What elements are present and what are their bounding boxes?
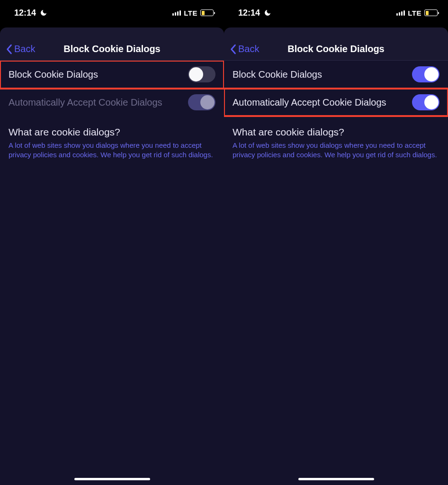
do-not-disturb-moon-icon: [264, 9, 271, 17]
info-description: A lot of web sites show you dialogs wher…: [9, 141, 215, 160]
toggle-block-cookie-dialogs[interactable]: [412, 66, 439, 82]
battery-icon: [200, 9, 214, 16]
row-label: Block Cookie Dialogs: [9, 69, 98, 80]
phone-screenshot-right: 12:14 LTE Back Block Cookie Dialogs Blo: [224, 0, 448, 485]
status-time: 12:14: [238, 8, 260, 18]
navigation-bar: Back Block Cookie Dialogs: [0, 38, 224, 61]
home-indicator: [298, 478, 374, 480]
settings-list: Block Cookie Dialogs Automatically Accep…: [224, 61, 448, 116]
back-button[interactable]: Back: [230, 44, 259, 54]
navigation-bar: Back Block Cookie Dialogs: [224, 38, 448, 61]
phone-screenshot-left: 12:14 LTE Back Block Cookie Dialogs Blo: [0, 0, 224, 485]
row-block-cookie-dialogs: Block Cookie Dialogs: [0, 61, 224, 89]
row-block-cookie-dialogs: Block Cookie Dialogs: [224, 61, 448, 89]
row-label: Automatically Accept Cookie Dialogs: [233, 97, 386, 108]
back-button-label: Back: [14, 44, 35, 54]
row-auto-accept-cookie-dialogs: Automatically Accept Cookie Dialogs: [0, 89, 224, 116]
row-label: Block Cookie Dialogs: [233, 69, 322, 80]
toggle-auto-accept-cookie-dialogs: [188, 94, 215, 110]
home-indicator: [74, 478, 150, 480]
cellular-signal-icon: [172, 10, 181, 16]
status-bar: 12:14 LTE: [0, 0, 224, 26]
info-block: What are cookie dialogs? A lot of web si…: [224, 116, 448, 160]
back-button[interactable]: Back: [6, 44, 35, 54]
info-block: What are cookie dialogs? A lot of web si…: [0, 116, 224, 160]
network-type-label: LTE: [408, 9, 421, 17]
info-heading: What are cookie dialogs?: [233, 126, 439, 138]
chevron-left-icon: [230, 44, 236, 54]
do-not-disturb-moon-icon: [40, 9, 47, 17]
row-auto-accept-cookie-dialogs: Automatically Accept Cookie Dialogs: [224, 89, 448, 116]
status-time: 12:14: [14, 8, 36, 18]
chevron-left-icon: [6, 44, 12, 54]
row-label: Automatically Accept Cookie Dialogs: [9, 97, 162, 108]
info-description: A lot of web sites show you dialogs wher…: [233, 141, 439, 160]
toggle-block-cookie-dialogs[interactable]: [188, 66, 215, 82]
settings-list: Block Cookie Dialogs Automatically Accep…: [0, 61, 224, 116]
toggle-auto-accept-cookie-dialogs[interactable]: [412, 94, 439, 110]
status-bar: 12:14 LTE: [224, 0, 448, 26]
info-heading: What are cookie dialogs?: [9, 126, 215, 138]
back-button-label: Back: [238, 44, 259, 54]
network-type-label: LTE: [184, 9, 197, 17]
battery-icon: [424, 9, 438, 16]
cellular-signal-icon: [396, 10, 405, 16]
